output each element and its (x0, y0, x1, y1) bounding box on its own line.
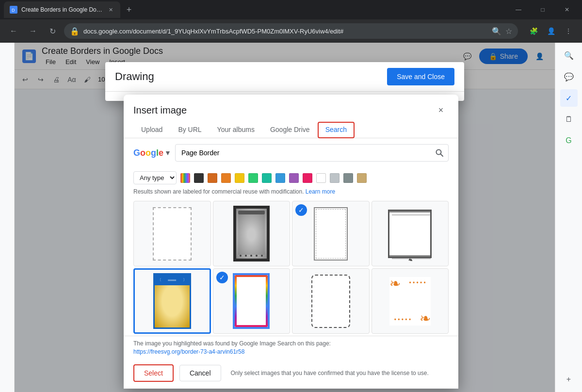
sidebar-notes-icon[interactable]: 🗒 (560, 111, 578, 128)
drawing-title: Drawing (115, 70, 154, 83)
select-button[interactable]: Select (133, 364, 174, 382)
active-tab[interactable]: D Create Borders in Google Docs - ✕ (4, 1, 120, 18)
border-bottom-decoration (238, 255, 265, 257)
tab-your-albums[interactable]: Your albums (210, 122, 262, 138)
image-result-4[interactable] (372, 201, 449, 266)
image-grid: ✓ (124, 199, 458, 336)
color-swatch-teal[interactable] (262, 173, 272, 183)
license-notice-text: Results shown are labeled for commercial… (133, 188, 304, 195)
color-swatch-white[interactable] (316, 173, 326, 183)
border-image-4 (388, 210, 432, 258)
image-result-8[interactable]: ❧ • • • • • • • • • • ❧ (372, 268, 449, 334)
svg-line-3 (440, 154, 443, 156)
border-image-2 (233, 206, 270, 261)
menu-icon[interactable]: ⋮ (561, 23, 576, 39)
image-result-1[interactable] (133, 201, 211, 266)
tab-by-url[interactable]: By URL (170, 122, 209, 138)
sidebar-contacts-icon[interactable]: G (560, 132, 578, 149)
search-icon: 🔍 (492, 27, 501, 36)
forward-button[interactable]: → (25, 23, 41, 39)
extensions-icon[interactable]: 🧩 (526, 23, 541, 39)
color-swatch-green[interactable] (248, 173, 258, 183)
window-controls: — □ ✕ (507, 2, 578, 17)
tab-google-drive[interactable]: Google Drive (262, 122, 318, 138)
floral-bottom-right: ❧ (420, 312, 431, 326)
border-image-6 (233, 273, 270, 329)
search-row: G o o g l e ▼ (133, 144, 449, 162)
type-filter-select[interactable]: Any type (133, 171, 177, 184)
google-logo: G o o g l e ▼ (133, 148, 171, 158)
color-swatch-tan[interactable] (357, 173, 367, 183)
image-result-6[interactable]: ✓ (213, 268, 291, 334)
sidebar-tasks-icon[interactable]: ✓ (560, 89, 578, 107)
tab-search[interactable]: Search (318, 122, 355, 138)
minimize-button[interactable]: — (507, 2, 530, 17)
tab-close-button[interactable]: ✕ (107, 6, 114, 14)
filter-row: Any type (124, 167, 458, 186)
floral-top-left: ❧ (389, 277, 401, 291)
dialog-actions: Select Cancel Only select images that yo… (124, 359, 458, 389)
border-image-7 (311, 275, 350, 328)
license-notice: Results shown are labeled for commercial… (124, 186, 458, 199)
insert-image-dialog: Insert image × Upload By URL Your albums… (124, 95, 458, 389)
insert-image-header: Insert image × (124, 95, 458, 122)
insert-image-title: Insert image (133, 105, 187, 116)
url-text: docs.google.com/document/d/1_9YUqHxlXvYm… (83, 28, 488, 35)
border-image-3 (314, 207, 348, 261)
close-window-button[interactable]: ✕ (556, 2, 578, 17)
star-icon[interactable]: ☆ (505, 27, 512, 36)
image-result-7[interactable] (292, 268, 370, 334)
source-info-text: The image you highlighted was found by G… (133, 340, 449, 347)
url-bar[interactable]: 🔒 docs.google.com/document/d/1_9YUqHxlXv… (64, 23, 518, 39)
tab-favicon: D (10, 6, 17, 14)
color-swatch-pink[interactable] (303, 173, 312, 183)
new-tab-button[interactable]: + (122, 3, 136, 16)
back-button[interactable]: ← (6, 23, 21, 39)
source-link[interactable]: https://freesvg.org/border-73-a4-arvin61… (133, 348, 244, 355)
refresh-button[interactable]: ↻ (45, 23, 60, 39)
search-button[interactable] (431, 144, 448, 162)
address-bar: ← → ↻ 🔒 docs.google.com/document/d/1_9YU… (0, 19, 582, 43)
image-result-3[interactable]: ✓ (292, 201, 370, 266)
selected-checkmark: ✓ (295, 204, 307, 216)
drawing-header: Drawing Save and Close (105, 62, 464, 92)
docs-left-sidebar (0, 43, 15, 392)
tab-upload[interactable]: Upload (133, 122, 170, 138)
color-swatch-brown[interactable] (208, 173, 217, 183)
color-swatch-purple[interactable] (289, 173, 299, 183)
border-top-decoration (238, 211, 265, 214)
color-swatch-orange[interactable] (221, 173, 231, 183)
color-swatch-light-gray[interactable] (330, 173, 340, 183)
browser-chrome: D Create Borders in Google Docs - ✕ + — … (0, 0, 582, 43)
search-input[interactable] (176, 149, 431, 157)
save-close-button[interactable]: Save and Close (387, 68, 454, 85)
selected-checkmark-2: ✓ (216, 272, 228, 283)
docs-right-sidebar: 🔍 💬 ✓ 🗒 G + (555, 43, 582, 392)
url-icons: 🔍 ☆ (492, 27, 512, 36)
cancel-button[interactable]: Cancel (179, 365, 221, 381)
search-input-wrapper (175, 144, 449, 162)
insert-image-tabs: Upload By URL Your albums Google Drive S… (124, 122, 458, 138)
learn-more-link[interactable]: Learn more (306, 188, 335, 195)
color-swatch-yellow[interactable] (235, 173, 244, 183)
tab-title: Create Borders in Google Docs - (21, 6, 103, 13)
license-warning-text: Only select images that you have confirm… (231, 370, 429, 376)
color-swatch-gray[interactable] (343, 173, 353, 183)
sidebar-add-icon[interactable]: + (560, 371, 578, 388)
lock-icon: 🔒 (70, 27, 80, 36)
border-image-5: 〔 ═══ 〕 (153, 273, 191, 329)
sidebar-explore-icon[interactable]: 🔍 (560, 47, 578, 64)
sidebar-chat-icon[interactable]: 💬 (560, 68, 578, 85)
profile-icon[interactable]: 👤 (543, 23, 559, 39)
image-result-5[interactable]: 〔 ═══ 〕 (133, 268, 211, 334)
search-area: G o o g l e ▼ (124, 138, 458, 167)
image-result-2[interactable] (213, 201, 291, 266)
browser-toolbar: 🧩 👤 ⋮ (526, 23, 576, 39)
maximize-button[interactable]: □ (532, 2, 554, 17)
dialog-source-info: The image you highlighted was found by G… (124, 336, 458, 359)
tab-bar: D Create Borders in Google Docs - ✕ + — … (0, 0, 582, 19)
insert-image-close-button[interactable]: × (433, 102, 449, 118)
color-swatch-rainbow[interactable] (180, 173, 190, 183)
color-swatch-blue[interactable] (275, 173, 285, 183)
color-swatch-black[interactable] (194, 173, 204, 183)
